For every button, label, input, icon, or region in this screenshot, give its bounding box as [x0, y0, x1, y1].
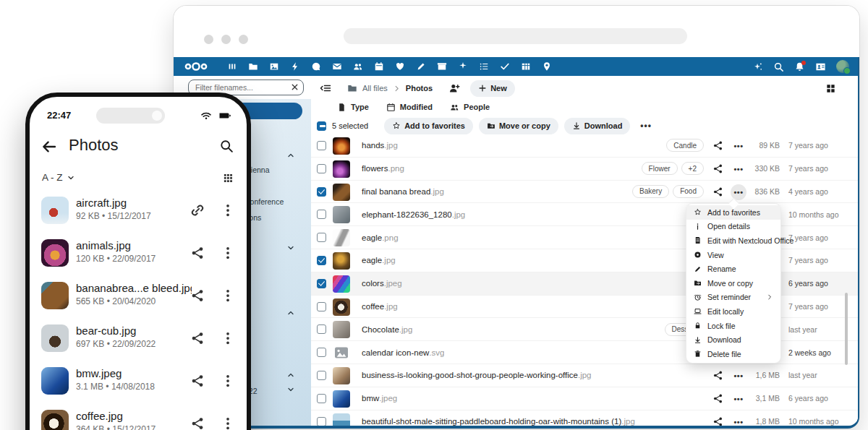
menu-item-add-to-favorites[interactable]: Add to favorites [686, 205, 780, 220]
share-icon[interactable] [190, 288, 205, 303]
grid-view-toggle-icon[interactable] [825, 83, 836, 94]
sort-selector[interactable]: A - Z [42, 172, 75, 183]
nextcloud-logo-icon[interactable] [184, 61, 208, 72]
user-avatar[interactable] [836, 60, 849, 73]
window-control-dots[interactable] [204, 35, 248, 44]
back-arrow-icon[interactable] [41, 139, 57, 155]
action-add-to-favorites-button[interactable]: Add to favorites [384, 118, 473, 134]
app-activity-icon[interactable] [290, 61, 300, 72]
menu-item-edit-with-nextcloud-office[interactable]: Edit with Nextcloud Office [686, 233, 780, 248]
share-icon[interactable] [712, 370, 723, 381]
grid-view-icon[interactable] [223, 173, 234, 184]
tag-chip[interactable]: Bakery [632, 185, 669, 198]
app-health-icon[interactable] [395, 61, 405, 72]
app-files-icon[interactable] [248, 61, 258, 72]
app-tables-icon[interactable] [521, 61, 531, 72]
app-mail-icon[interactable] [332, 61, 342, 72]
file-row-hands[interactable]: hands.jpg Candle ••• 89 KB 7 years ago [311, 134, 858, 158]
menu-item-delete-file[interactable]: Delete file [686, 347, 780, 361]
search-icon[interactable] [219, 139, 234, 153]
dots-v-icon[interactable] [221, 203, 235, 218]
app-deck-icon[interactable] [437, 61, 447, 72]
app-calendar-icon[interactable] [374, 61, 384, 72]
app-contacts-icon[interactable] [353, 61, 363, 72]
contacts-menu-icon[interactable] [815, 61, 826, 72]
share-icon[interactable] [190, 374, 205, 388]
row-checkbox[interactable] [317, 348, 326, 357]
menu-item-set-reminder[interactable]: Set reminder [686, 291, 780, 305]
menu-item-open-details[interactable]: Open details [686, 220, 780, 234]
row-checkbox[interactable] [317, 324, 326, 334]
selection-more-button[interactable]: ••• [640, 121, 652, 131]
dots-v-icon[interactable] [221, 331, 235, 345]
dots-v-icon[interactable] [221, 288, 235, 303]
phone-file-row-bmw-jpeg[interactable]: bmw.jpeg 3.1 MB • 14/08/2018 [30, 360, 247, 403]
filter-chip-type[interactable]: Type [337, 103, 369, 112]
clear-filter-icon[interactable] [290, 82, 299, 92]
phone-file-row-bear-cub-jpg[interactable]: bear-cub.jpg 697 KB • 22/09/2022 [30, 317, 247, 360]
link-icon[interactable] [190, 203, 205, 218]
chevron-down-icon[interactable] [286, 385, 295, 394]
phone-file-row-animals-jpg[interactable]: animals.jpg 120 KB • 22/09/2017 [30, 232, 247, 275]
share-icon[interactable] [712, 163, 723, 174]
app-tasks-icon[interactable] [479, 61, 489, 72]
action-move-or-copy-button[interactable]: Move or copy [479, 118, 558, 134]
menu-item-rename[interactable]: Rename [686, 262, 780, 276]
row-checkbox[interactable] [317, 417, 326, 426]
app-dashboard-icon[interactable] [227, 61, 237, 72]
dots-v-icon[interactable] [221, 416, 235, 430]
row-checkbox[interactable] [317, 141, 326, 150]
filter-chip-modified[interactable]: Modified [386, 103, 433, 112]
file-row-business-is-looking-good-shot-group-people-working-office[interactable]: business-is-looking-good-shot-group-peop… [311, 364, 858, 387]
action-download-button[interactable]: Download [564, 118, 631, 134]
breadcrumb-all-files[interactable]: All files [362, 84, 388, 93]
search-icon[interactable] [773, 61, 784, 72]
row-checkbox[interactable] [317, 164, 326, 173]
tag-chip[interactable]: Food [673, 185, 704, 198]
filter-chip-people[interactable]: People [450, 103, 490, 112]
phone-file-row-coffee-jpg[interactable]: coffee.jpg 364 KB • 15/12/2017 [30, 403, 247, 430]
phone-file-row-bananabrea-e-bleed-jpg[interactable]: bananabrea...e bleed.jpg 565 KB • 20/04/… [30, 275, 247, 317]
new-button[interactable]: New [470, 80, 515, 97]
share-icon[interactable] [190, 246, 205, 260]
list-scrollbar[interactable] [845, 293, 848, 365]
row-checkbox[interactable] [317, 302, 326, 311]
dots-v-icon[interactable] [221, 246, 235, 260]
app-recognize-icon[interactable] [458, 61, 468, 72]
select-all-checkbox[interactable] [317, 121, 326, 131]
tag-chip[interactable]: Flower [642, 162, 678, 175]
url-bar[interactable] [344, 28, 687, 44]
sidebar-toggle-icon[interactable] [320, 82, 331, 94]
row-checkbox[interactable] [317, 371, 326, 380]
chevron-up-icon[interactable] [286, 309, 295, 317]
app-photos-icon[interactable] [269, 61, 279, 72]
phone-file-row-aircraft-jpg[interactable]: aircraft.jpg 92 KB • 15/12/2017 [30, 189, 247, 232]
row-checkbox[interactable] [317, 187, 326, 197]
app-notes-icon[interactable] [416, 61, 426, 72]
row-checkbox[interactable] [317, 279, 326, 288]
app-talk-icon[interactable] [311, 61, 321, 72]
chevron-down-icon[interactable] [286, 244, 295, 252]
share-icon[interactable] [190, 331, 205, 345]
breadcrumb-photos[interactable]: Photos [406, 84, 433, 93]
menu-item-download[interactable]: Download [686, 332, 780, 347]
share-icon[interactable] [712, 140, 723, 151]
menu-item-edit-locally[interactable]: Edit locally [686, 304, 780, 319]
share-icon[interactable] [712, 186, 723, 197]
row-checkbox[interactable] [317, 394, 326, 403]
assistant-icon[interactable] [752, 61, 763, 72]
menu-item-lock-file[interactable]: Lock file [686, 319, 780, 333]
chevron-up-icon[interactable] [286, 371, 295, 379]
chevron-up-icon[interactable] [286, 151, 295, 160]
share-add-user-icon[interactable] [448, 82, 460, 94]
row-checkbox[interactable] [317, 256, 326, 265]
share-icon[interactable] [712, 393, 723, 404]
file-row-flowers[interactable]: flowers.png Flower+2 ••• 330 KB 7 years … [311, 158, 858, 181]
file-row-final-banana-bread[interactable]: final banana bread.jpg BakeryFood ••• 83… [311, 181, 858, 204]
app-checks-icon[interactable] [500, 61, 510, 72]
tag-chip[interactable]: Candle [666, 139, 704, 152]
row-checkbox[interactable] [317, 210, 326, 219]
dots-v-icon[interactable] [221, 374, 235, 388]
notifications-icon[interactable] [794, 61, 805, 72]
tag-chip[interactable]: +2 [681, 162, 704, 175]
